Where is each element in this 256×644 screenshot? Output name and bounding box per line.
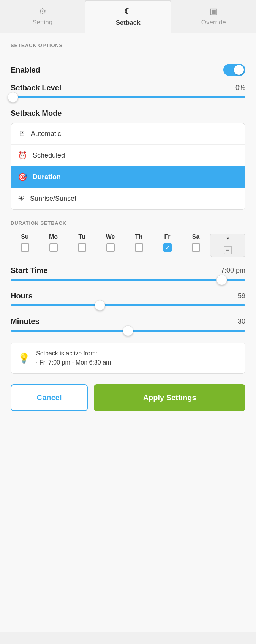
setback-level-row: Setback Level 0% [11,84,245,92]
mode-duration[interactable]: 🎯 Duration [11,166,245,188]
day-col-th: Th [125,234,153,252]
setback-level-value: 0% [235,84,245,92]
start-time-row: Start Time 7:00 pm [11,266,245,275]
day-we-checkbox[interactable] [106,243,115,252]
hours-track[interactable] [11,304,245,306]
day-col-star: * [210,234,245,257]
setback-level-container: Setback Level 0% [11,84,245,98]
setback-level-track[interactable] [11,96,245,98]
mode-sunrise-sunset[interactable]: ☀ Sunrise/Sunset [11,188,245,209]
setback-options-header: SETBACK OPTIONS [11,43,245,48]
mode-scheduled[interactable]: ⏰ Scheduled [11,145,245,166]
day-star-label: * [226,236,229,243]
day-mo-checkbox[interactable] [49,243,58,252]
days-grid: Su Mo Tu We Th Fr Sa * [11,234,245,257]
tab-override[interactable]: ▣ Override [171,0,256,33]
day-th-checkbox[interactable] [135,243,143,252]
enabled-row: Enabled [11,64,245,76]
info-line1: Setback is active from: [36,350,97,357]
day-col-fr: Fr [153,234,182,252]
tab-setting[interactable]: ⚙ Setting [0,0,85,33]
scheduled-icon: ⏰ [18,151,27,160]
day-col-su: Su [11,234,39,252]
setback-level-thumb[interactable] [8,92,18,103]
setback-icon: ☾ [124,7,132,17]
start-time-thumb[interactable] [216,275,227,285]
start-time-container: Start Time 7:00 pm [11,266,245,281]
day-su-checkbox[interactable] [21,243,29,252]
hours-label: Hours [11,292,33,300]
automatic-icon: 🖥 [18,129,25,138]
enabled-label: Enabled [11,66,40,74]
sunrise-icon: ☀ [18,194,25,203]
day-star-checkbox[interactable] [224,246,232,254]
day-fr-label: Fr [164,234,171,240]
setback-mode-label: Setback Mode [11,109,245,118]
setting-icon: ⚙ [39,6,46,16]
day-tu-checkbox[interactable] [78,243,86,252]
day-we-label: We [106,234,115,240]
day-su-label: Su [21,234,28,240]
day-tu-label: Tu [78,234,85,240]
hours-thumb[interactable] [95,300,105,311]
hours-row: Hours 59 [11,292,245,300]
tab-setback[interactable]: ☾ Setback [85,0,171,33]
minutes-track[interactable] [11,330,245,332]
apply-button[interactable]: Apply Settings [94,384,245,411]
main-content: SETBACK OPTIONS Enabled Setback Level 0%… [0,33,256,632]
hours-container: Hours 59 [11,292,245,306]
mode-automatic[interactable]: 🖥 Automatic [11,123,245,145]
minutes-label: Minutes [11,317,40,326]
divider-1 [11,56,245,56]
info-line2: · Fri 7:00 pm - Mon 6:30 am [36,359,111,366]
day-col-mo: Mo [39,234,68,252]
info-text: Setback is active from: · Fri 7:00 pm - … [36,349,111,367]
day-sa-checkbox[interactable] [192,243,200,252]
start-time-label: Start Time [11,266,47,275]
day-col-we: We [96,234,125,252]
cancel-button[interactable]: Cancel [11,384,88,411]
enabled-toggle[interactable] [223,64,245,76]
minutes-thumb[interactable] [123,325,133,336]
day-col-tu: Tu [68,234,96,252]
start-time-track[interactable] [11,279,245,281]
minutes-container: Minutes 30 [11,317,245,332]
minutes-value: 30 [238,317,245,325]
mode-sunrise-sunset-label: Sunrise/Sunset [30,195,76,203]
duration-header: DURATION SETBACK [11,220,245,226]
duration-icon: 🎯 [18,172,27,182]
override-icon: ▣ [210,6,218,16]
day-mo-label: Mo [49,234,58,240]
mode-scheduled-label: Scheduled [33,152,65,159]
setback-level-label: Setback Level [11,84,61,92]
mode-duration-label: Duration [33,173,61,181]
minutes-row: Minutes 30 [11,317,245,326]
day-col-sa: Sa [182,234,210,252]
setback-mode-box: 🖥 Automatic ⏰ Scheduled 🎯 Duration ☀ Sun… [11,123,245,210]
info-light-icon: 💡 [18,352,30,364]
tab-override-label: Override [201,19,226,26]
tab-setting-label: Setting [32,19,52,26]
start-time-value: 7:00 pm [221,267,245,275]
day-th-label: Th [135,234,143,240]
day-fr-checkbox[interactable] [163,243,172,252]
tab-bar: ⚙ Setting ☾ Setback ▣ Override [0,0,256,33]
hours-value: 59 [238,292,245,300]
tab-setback-label: Setback [115,19,140,27]
day-sa-label: Sa [192,234,200,240]
mode-automatic-label: Automatic [31,130,61,138]
bottom-buttons: Cancel Apply Settings [11,384,245,411]
info-box: 💡 Setback is active from: · Fri 7:00 pm … [11,343,245,374]
